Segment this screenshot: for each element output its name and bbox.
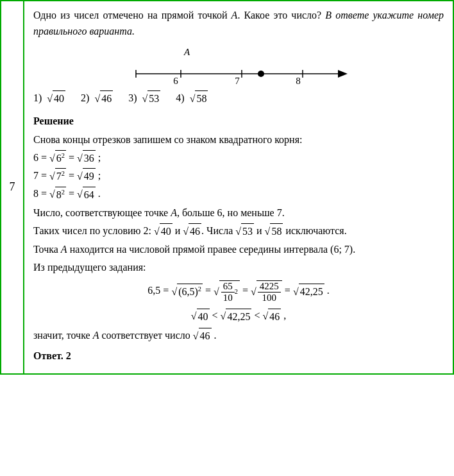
eq-8: 8 = √82 = √64 . xyxy=(33,186,444,203)
problem-number: 7 xyxy=(1,1,24,374)
conclusion: значит, точке A соответствует число √46 … xyxy=(33,328,444,344)
eq-6: 6 = √62 = √36 ; xyxy=(33,150,444,167)
problem-content: Одно из чисел отмечено на прямой точкой … xyxy=(24,1,453,374)
answer-3: 3) √53 xyxy=(128,90,160,107)
answer-options: 1) √40 2) √46 3) √53 4) √58 xyxy=(33,90,444,107)
main-table: 7 Одно из чисел отмечено на прямой точко… xyxy=(0,0,454,375)
centered-equation: 6,5 = √(6,5)2 = √ 6510 2 = √4225100 = √4… xyxy=(33,280,444,303)
answer-4: 4) √58 xyxy=(176,90,208,107)
number-line-svg: 6 7 8 xyxy=(123,60,354,84)
eq-7: 7 = √72 = √49 ; xyxy=(33,168,444,185)
problem-statement: Одно из чисел отмечено на прямой точкой … xyxy=(33,8,444,40)
answer-1: 1) √40 xyxy=(33,90,65,107)
point-a-label: A xyxy=(184,45,190,60)
solution-between: Число, соответствующее точке A, больше 6… xyxy=(33,205,444,221)
svg-point-5 xyxy=(258,71,264,77)
answer-2: 2) √46 xyxy=(81,90,113,107)
solution-candidates: Таких чисел по условию 2: √40 и √46. Чис… xyxy=(33,223,444,240)
solution-heading: Решение xyxy=(33,114,444,130)
svg-text:6: 6 xyxy=(173,76,178,84)
solution-prev: Из предыдущего задания: xyxy=(33,260,444,276)
solution-position: Точка A находится на числовой прямой пра… xyxy=(33,242,444,258)
svg-text:7: 7 xyxy=(235,76,240,84)
centered-inequality: √40 < √42,25 < √46 , xyxy=(33,308,444,325)
solution-intro: Снова концы отрезков запишем со знаком к… xyxy=(33,132,444,148)
number-line: A 6 7 8 xyxy=(117,45,360,84)
svg-marker-1 xyxy=(338,70,348,78)
final-answer: Ответ. 2 xyxy=(33,348,444,364)
svg-text:8: 8 xyxy=(296,76,301,84)
